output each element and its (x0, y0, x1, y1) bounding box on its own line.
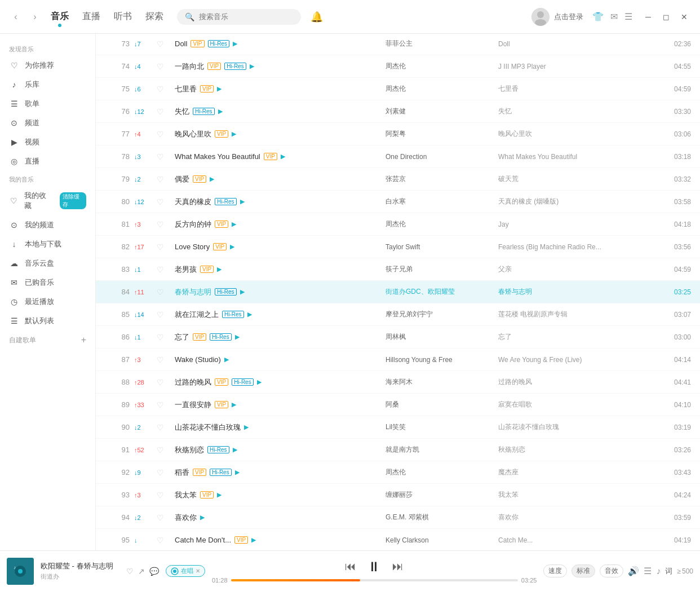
player-share-icon[interactable]: ↗ (138, 567, 145, 576)
heart-icon[interactable]: ♡ (157, 333, 175, 342)
heart-icon[interactable]: ♡ (157, 39, 175, 48)
play-icon[interactable]: ▶ (250, 63, 254, 70)
sidebar-item-my-channel[interactable]: ⊙ 我的频道 (0, 215, 95, 235)
table-row[interactable]: 92 ↓9 ♡ 稻香 VIPHi-Res▶ 周杰伦 魔杰座 03:43 (96, 461, 700, 484)
play-icon[interactable]: ▶ (240, 288, 245, 296)
table-row[interactable]: 73 ↓7 ♡ Doll VIPHi-Res▶ 菲菲公主 Doll 02:36 (96, 34, 700, 55)
heart-icon[interactable]: ♡ (157, 152, 175, 161)
song-title[interactable]: 就在江湖之上 (175, 310, 219, 320)
song-title[interactable]: 秋殇别恋 (175, 445, 204, 455)
sidebar-item-history[interactable]: ◷ 最近播放 (0, 292, 95, 311)
menu-icon[interactable]: ☰ (624, 11, 632, 22)
table-row[interactable]: 93 ↑3 ♡ 我太笨 VIP▶ 缠娜丽莎 我太笨 04:24 (96, 484, 700, 506)
sidebar-item-channel[interactable]: ⊙ 频道 (0, 113, 95, 133)
heart-icon[interactable]: ♡ (157, 197, 175, 206)
mail-icon[interactable]: ✉ (610, 11, 618, 22)
song-title[interactable]: Wake (Studio) (175, 355, 221, 364)
table-row[interactable]: 95 ↓ ♡ Catch Me Don't... VIP▶ Kelly Clar… (96, 529, 700, 550)
play-icon[interactable]: ▶ (232, 220, 236, 228)
heart-icon[interactable]: ♡ (157, 220, 175, 229)
play-icon[interactable]: ▶ (240, 198, 245, 205)
play-icon[interactable]: ▶ (235, 469, 240, 476)
tab-audiobook[interactable]: 听书 (114, 8, 132, 25)
maximize-button[interactable]: ◻ (659, 10, 673, 24)
play-icon[interactable]: ▶ (217, 491, 221, 499)
play-icon[interactable]: ▶ (224, 356, 229, 363)
song-title[interactable]: Doll (175, 39, 187, 48)
sidebar-item-cloud[interactable]: ☁ 音乐云盘 (0, 254, 95, 273)
table-row[interactable]: 80 ↓12 ♡ 天真的橡皮 Hi-Res▶ 白水寒 天真的橡皮 (烟嗓版) 0… (96, 191, 700, 213)
lyrics-icon[interactable]: ♪ (656, 566, 661, 576)
sidebar-item-purchased[interactable]: ✉ 已购音乐 (0, 273, 95, 292)
heart-icon[interactable]: ♡ (157, 536, 175, 545)
heart-icon[interactable]: ♡ (157, 355, 175, 364)
heart-icon[interactable]: ♡ (157, 85, 175, 94)
table-row[interactable]: 84 ↑11 ♡ 春矫与志明 Hi-Res▶ 街道办GDC、欧阳耀莹 春矫与志明… (96, 281, 700, 303)
song-title[interactable]: 我太笨 (175, 490, 197, 500)
song-title[interactable]: 偶爱 (175, 174, 189, 184)
play-icon[interactable]: ▶ (244, 424, 249, 431)
song-title[interactable]: 一路向北 (175, 61, 204, 72)
shirt-icon[interactable]: 👕 (592, 11, 604, 22)
word-button[interactable]: 词 (665, 566, 672, 576)
play-icon[interactable]: ▶ (235, 333, 240, 341)
table-row[interactable]: 91 ↑52 ♡ 秋殇别恋 Hi-Res▶ 就是南方凯 秋殇别恋 03:26 (96, 439, 700, 461)
next-button[interactable]: ⏭ (392, 560, 404, 573)
playing-tag[interactable]: 在唱 ✕ (166, 565, 205, 577)
song-title[interactable]: 反方向的钟 (175, 219, 211, 230)
song-title[interactable]: Love Story (175, 242, 210, 251)
heart-icon[interactable]: ♡ (157, 513, 175, 522)
sidebar-item-live[interactable]: ◎ 直播 (0, 152, 95, 171)
heart-icon[interactable]: ♡ (157, 62, 175, 71)
heart-icon[interactable]: ♡ (157, 378, 175, 387)
table-row[interactable]: 77 ↑4 ♡ 晚风心里吹 VIP▶ 阿梨粤 晚风心里吹 03:06 (96, 123, 700, 145)
song-title[interactable]: 七里香 (175, 84, 197, 94)
play-icon[interactable]: ▶ (233, 446, 237, 453)
play-icon[interactable]: ▶ (232, 401, 236, 408)
heart-icon[interactable]: ♡ (157, 423, 175, 432)
prev-button[interactable]: ⏮ (345, 560, 356, 573)
login-text[interactable]: 点击登录 (554, 12, 583, 22)
sound-effect-button[interactable]: 音效 (600, 564, 623, 577)
tab-live[interactable]: 直播 (82, 8, 100, 25)
play-icon[interactable]: ▶ (230, 243, 234, 250)
song-title[interactable]: 一直很安静 (175, 400, 211, 410)
speed-button[interactable]: 速度 (543, 564, 567, 577)
play-pause-button[interactable]: ⏸ (367, 559, 381, 575)
table-row[interactable]: 87 ↑3 ♡ Wake (Studio) ▶ Hillsong Young &… (96, 349, 700, 371)
heart-icon[interactable]: ♡ (157, 400, 175, 409)
create-playlist-button[interactable]: + (81, 335, 86, 345)
player-comment-icon[interactable]: 💬 (149, 567, 159, 576)
heart-icon[interactable]: ♡ (157, 107, 175, 116)
song-title[interactable]: 忘了 (175, 332, 189, 342)
table-row[interactable]: 81 ↑3 ♡ 反方向的钟 VIP▶ 周杰伦 Jay 04:18 (96, 213, 700, 236)
forward-button[interactable]: › (28, 10, 42, 24)
search-input[interactable] (199, 12, 289, 21)
quality-button[interactable]: 标准 (571, 564, 595, 577)
table-row[interactable]: 85 ↓14 ♡ 就在江湖之上 Hi-Res▶ 摩登兄弟刘宇宁 莲花楼 电视剧原… (96, 303, 700, 326)
play-icon[interactable]: ▶ (210, 175, 214, 183)
heart-icon[interactable]: ♡ (157, 288, 175, 297)
player-like-icon[interactable]: ♡ (126, 567, 134, 576)
table-row[interactable]: 83 ↓1 ♡ 老男孩 VIP▶ 筷子兄弟 父亲 04:59 (96, 258, 700, 281)
back-button[interactable]: ‹ (9, 10, 23, 24)
play-icon[interactable]: ▶ (232, 130, 236, 138)
play-icon[interactable]: ▶ (251, 536, 256, 544)
sidebar-item-recommend[interactable]: ♡ 为你推荐 (0, 56, 95, 75)
song-title[interactable]: 春矫与志明 (175, 287, 211, 297)
sidebar-item-downloads[interactable]: ↓ 本地与下载 (0, 235, 95, 254)
table-row[interactable]: 75 ↓6 ♡ 七里香 VIP▶ 周杰伦 七里香 04:59 (96, 78, 700, 100)
player-thumbnail[interactable]: ♪ (7, 558, 34, 585)
play-icon[interactable]: ▶ (257, 378, 262, 386)
heart-icon[interactable]: ♡ (157, 175, 175, 184)
play-icon[interactable]: ▶ (217, 85, 221, 92)
volume-icon[interactable]: 🔊 (628, 566, 639, 576)
progress-bar[interactable] (231, 579, 518, 581)
tab-music[interactable]: 音乐 (51, 8, 69, 25)
song-title[interactable]: 天真的橡皮 (175, 197, 211, 207)
search-box[interactable]: 🔍 (177, 9, 301, 25)
heart-icon[interactable]: ♡ (157, 468, 175, 477)
table-row[interactable]: 88 ↑28 ♡ 过路的晚风 VIPHi-Res▶ 海来阿木 过路的晚风 04:… (96, 371, 700, 394)
table-row[interactable]: 82 ↑17 ♡ Love Story VIP▶ Taylor Swift Fe… (96, 236, 700, 258)
table-row[interactable]: 76 ↓12 ♡ 失忆 Hi-Res▶ 刘素健 失忆 03:30 (96, 100, 700, 123)
